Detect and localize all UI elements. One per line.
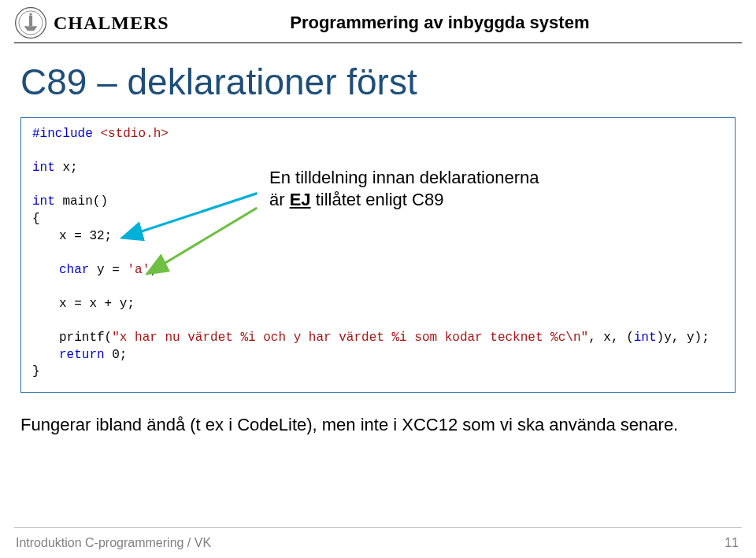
code-text: { <box>32 211 724 228</box>
svg-point-4 <box>29 13 32 15</box>
code-text: 0; <box>105 348 128 362</box>
code-kw-return: return <box>59 348 105 362</box>
svg-rect-2 <box>29 16 32 26</box>
code-include-kw: #include <box>32 127 100 141</box>
code-kw-char: char <box>59 263 89 277</box>
callout-text: En tilldelning innan deklarationerna är … <box>269 167 539 210</box>
code-block: #include <stdio.h> int x; int main() { x… <box>20 117 736 393</box>
code-kw-int: int <box>32 194 55 209</box>
code-assign-x: x = 32; <box>32 228 112 246</box>
footer-left: Introduktion C-programmering / VK <box>16 536 211 550</box>
code-assign-xy: x = x + y; <box>32 296 135 313</box>
slide-header: CHALMERS Programmering av inbyggda syste… <box>0 0 756 39</box>
code-char-literal: 'a' <box>127 263 150 277</box>
callout-line2c: tillåtet enligt C89 <box>311 190 444 209</box>
code-text: } <box>32 364 724 381</box>
code-text: y = <box>89 263 127 277</box>
callout-line2a: är <box>269 190 290 209</box>
page-number: 11 <box>724 536 739 550</box>
footer-divider <box>14 527 742 528</box>
code-kw-int: int <box>634 331 657 345</box>
chalmers-seal-icon <box>14 6 47 39</box>
code-include-path: <stdio.h> <box>100 127 168 141</box>
code-kw-int: int <box>32 161 55 175</box>
code-string-literal: "x har nu värdet %i och y har värdet %i … <box>112 331 588 345</box>
code-text: main() <box>55 194 108 209</box>
callout-line1: En tilldelning innan deklarationerna <box>269 167 539 189</box>
code-text: x; <box>55 161 78 175</box>
slide-title: C89 – deklarationer först <box>20 61 736 103</box>
course-title: Programmering av inbyggda system <box>138 13 742 33</box>
code-text: , x, ( <box>588 331 634 345</box>
body-paragraph: Fungerar ibland ändå (t ex i CodeLite), … <box>20 415 736 435</box>
header-divider <box>14 42 742 43</box>
code-text: printf( <box>59 331 112 345</box>
callout-emph: EJ <box>290 190 311 209</box>
code-text: )y, y); <box>657 331 710 345</box>
code-text: ; <box>150 263 158 277</box>
